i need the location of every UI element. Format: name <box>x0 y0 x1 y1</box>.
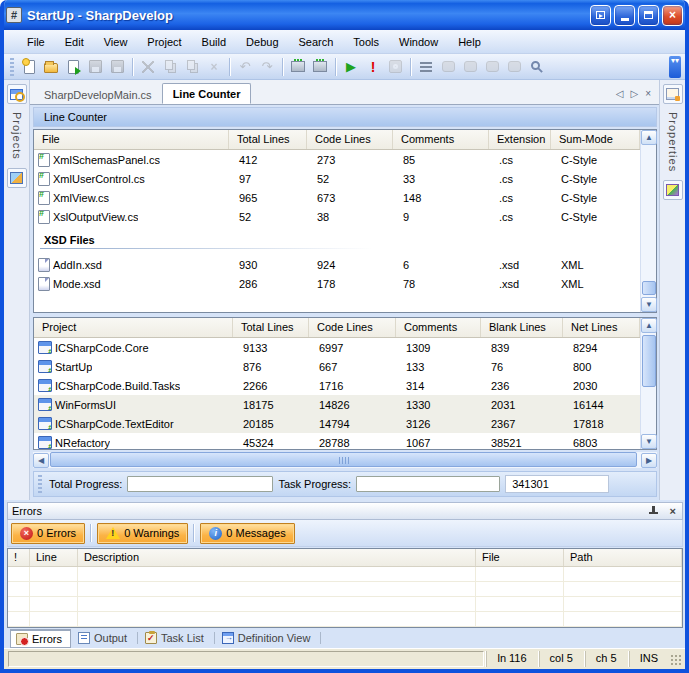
column-header[interactable]: File <box>34 130 229 149</box>
tab-output[interactable]: Output <box>73 630 135 646</box>
menu-help[interactable]: Help <box>449 33 490 51</box>
warnings-filter-button[interactable]: 0 Warnings <box>97 523 188 544</box>
table-row[interactable]: XslOutputView.cs 52 38 9 .cs C-Style <box>34 207 640 226</box>
minimize-button[interactable] <box>614 5 635 26</box>
table-row[interactable]: AddIn.xsd 930 924 6 .xsd XML <box>34 255 640 274</box>
debug-stop-button[interactable]: ! <box>364 58 382 76</box>
resize-grip[interactable] <box>670 654 683 667</box>
column-header[interactable]: Comments <box>393 130 489 149</box>
scroll-down-button[interactable]: ▼ <box>641 297 657 312</box>
build-button[interactable] <box>289 58 307 76</box>
column-header[interactable]: Code Lines <box>307 130 393 149</box>
column-header[interactable]: Code Lines <box>309 318 396 337</box>
column-header[interactable]: Extension <box>489 130 551 149</box>
vertical-scrollbar[interactable]: ▲ ▼ <box>640 130 656 312</box>
table-row[interactable]: ICSharpCode.TextEditor 20185 14794 3126 … <box>34 414 640 433</box>
properties-pad-button[interactable] <box>663 84 683 104</box>
maximize-button[interactable] <box>638 5 659 26</box>
scrollbar-thumb[interactable] <box>642 281 656 295</box>
shape-button[interactable] <box>439 58 457 76</box>
column-header[interactable]: Sum-Mode <box>551 130 640 149</box>
vertical-scrollbar[interactable]: ▲ ▼ <box>640 318 656 449</box>
open-file-button[interactable] <box>42 58 60 76</box>
toolbar-grip[interactable] <box>10 58 14 76</box>
column-header[interactable]: Comments <box>396 318 481 337</box>
table-row[interactable]: ICSharpCode.Core 9133 6997 1309 839 8294 <box>34 338 640 357</box>
table-row[interactable]: XmlSchemasPanel.cs 412 273 85 .cs C-Styl… <box>34 150 640 169</box>
uncomment-region-button[interactable] <box>483 58 501 76</box>
column-header[interactable]: Path <box>564 549 682 566</box>
redo-button[interactable]: ↷ <box>258 58 276 76</box>
scrollbar-thumb[interactable] <box>642 335 656 387</box>
horizontal-scrollbar[interactable]: ◀ ▶ <box>33 452 657 468</box>
column-header[interactable]: File <box>476 549 564 566</box>
save-button[interactable] <box>86 58 104 76</box>
scroll-up-button[interactable]: ▲ <box>641 318 657 333</box>
menu-window[interactable]: Window <box>390 33 447 51</box>
errors-filter-button[interactable]: × 0 Errors <box>11 523 85 544</box>
toolbar-overflow-button[interactable]: ▾▾ <box>669 56 681 78</box>
projects-pad-button[interactable] <box>7 84 27 104</box>
menu-tools[interactable]: Tools <box>344 33 388 51</box>
table-row[interactable]: NRefactory 45324 28788 1067 38521 6803 <box>34 433 640 452</box>
scroll-right-button[interactable]: ▶ <box>641 453 657 468</box>
column-header[interactable]: ! <box>8 549 30 566</box>
save-as-button[interactable] <box>64 58 82 76</box>
menu-build[interactable]: Build <box>193 33 235 51</box>
title-bar[interactable]: # StartUp - SharpDevelop × <box>0 0 689 30</box>
menu-view[interactable]: View <box>95 33 137 51</box>
table-row[interactable]: XmlView.cs 965 673 148 .cs C-Style <box>34 188 640 207</box>
pin-icon[interactable] <box>649 506 658 517</box>
properties-pad-label[interactable]: Properties <box>667 108 679 176</box>
column-header[interactable]: Total Lines <box>229 130 307 149</box>
paste-button[interactable] <box>183 58 201 76</box>
column-header[interactable]: Total Lines <box>233 318 309 337</box>
save-all-button[interactable] <box>108 58 126 76</box>
table-row[interactable]: XmlUserControl.cs 97 52 33 .cs C-Style <box>34 169 640 188</box>
column-header[interactable]: Net Lines <box>563 318 640 337</box>
search-button[interactable] <box>527 58 545 76</box>
table-row[interactable]: ICSharpCode.Build.Tasks 2266 1716 314 23… <box>34 376 640 395</box>
projects-pad-label[interactable]: Projects <box>11 108 23 164</box>
menu-file[interactable]: File <box>18 33 54 51</box>
table-row[interactable]: StartUp 876 667 133 76 800 <box>34 357 640 376</box>
scroll-up-button[interactable]: ▲ <box>641 130 657 145</box>
cut-button[interactable] <box>139 58 157 76</box>
column-header[interactable]: Blank Lines <box>481 318 563 337</box>
tab-scroll-left-button[interactable]: ◁ <box>616 88 624 99</box>
tab-close-button[interactable]: × <box>645 88 651 99</box>
classes-pad-button[interactable] <box>7 168 27 188</box>
menu-debug[interactable]: Debug <box>237 33 287 51</box>
menu-search[interactable]: Search <box>290 33 343 51</box>
scroll-left-button[interactable]: ◀ <box>33 453 49 468</box>
close-button[interactable]: × <box>662 5 683 26</box>
build-all-button[interactable] <box>311 58 329 76</box>
comment-region-button[interactable] <box>461 58 479 76</box>
tab-task-list[interactable]: Task List <box>140 630 212 646</box>
popout-button[interactable] <box>590 5 611 26</box>
errors-panel-caption[interactable]: Errors × <box>7 502 683 520</box>
column-header[interactable]: Description <box>78 549 476 566</box>
menu-project[interactable]: Project <box>138 33 190 51</box>
find-references-button[interactable] <box>505 58 523 76</box>
tab-errors[interactable]: Errors <box>10 629 71 648</box>
tab-sharpdevelopmain[interactable]: SharpDevelopMain.cs <box>34 85 162 104</box>
tools-pad-button[interactable] <box>663 180 683 200</box>
progress-strip-grip[interactable] <box>38 475 42 493</box>
run-button[interactable]: ▶ <box>342 58 360 76</box>
copy-button[interactable] <box>161 58 179 76</box>
tab-definition-view[interactable]: Definition View <box>217 630 319 646</box>
table-row[interactable]: Mode.xsd 286 178 78 .xsd XML <box>34 274 640 293</box>
undo-button[interactable]: ↶ <box>236 58 254 76</box>
column-header[interactable]: Line <box>30 549 78 566</box>
delete-button[interactable]: × <box>205 58 223 76</box>
new-file-button[interactable] <box>20 58 38 76</box>
scroll-down-button[interactable]: ▼ <box>641 434 657 449</box>
tab-line-counter[interactable]: Line Counter <box>162 83 252 104</box>
scrollbar-thumb[interactable] <box>50 452 637 467</box>
table-row[interactable]: WinFormsUI 18175 14826 1330 2031 16144 <box>34 395 640 414</box>
menu-edit[interactable]: Edit <box>56 33 93 51</box>
tab-scroll-right-button[interactable]: ▷ <box>630 88 638 99</box>
record-button[interactable] <box>386 58 404 76</box>
errors-panel-close-button[interactable]: × <box>668 505 678 517</box>
